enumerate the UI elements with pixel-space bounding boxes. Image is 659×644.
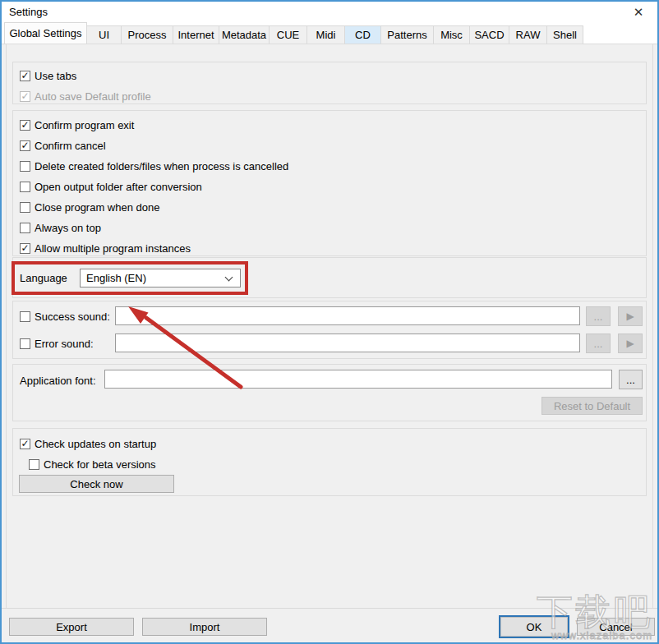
group-updates: ✓ Check updates on startup ✓ Check for b… bbox=[12, 428, 647, 496]
tab-ui[interactable]: UI bbox=[86, 25, 122, 44]
tab-metadata[interactable]: Metadata bbox=[219, 25, 270, 44]
checkbox-allow-multiple-instances-label: Allow multiple program instances bbox=[35, 242, 191, 255]
language-label: Language bbox=[20, 272, 67, 284]
tab-global-settings[interactable]: Global Settings bbox=[4, 22, 87, 44]
success-sound-play-button: ▶ bbox=[618, 306, 643, 326]
group-sounds: ✓ Success sound: ... ▶ ✓ Error sound: ..… bbox=[12, 301, 647, 359]
tab-misc[interactable]: Misc bbox=[433, 25, 470, 44]
error-sound-label: Error sound: bbox=[35, 338, 94, 350]
checkbox-success-sound[interactable]: ✓ bbox=[20, 311, 30, 322]
success-sound-label: Success sound: bbox=[35, 310, 110, 323]
tab-cd[interactable]: CD bbox=[344, 25, 381, 44]
language-select[interactable]: English (EN) bbox=[80, 269, 241, 288]
tab-process[interactable]: Process bbox=[121, 25, 173, 44]
play-icon: ▶ bbox=[626, 338, 634, 349]
checkbox-delete-created-folders[interactable]: ✓ bbox=[20, 161, 30, 172]
checkbox-confirm-program-exit-label: Confirm program exit bbox=[35, 119, 134, 131]
tab-midi[interactable]: Midi bbox=[306, 25, 345, 44]
settings-window: Settings ✕ Global Settings UI Process In… bbox=[0, 0, 659, 644]
checkbox-check-updates-label: Check updates on startup bbox=[35, 438, 156, 450]
checkbox-close-program-when-done[interactable]: ✓ bbox=[20, 202, 30, 213]
checkbox-open-output-folder-label: Open output folder after conversion bbox=[35, 181, 202, 193]
group-behavior: ✓ Confirm program exit ✓ Confirm cancel … bbox=[12, 110, 647, 256]
tab-shell[interactable]: Shell bbox=[546, 25, 583, 44]
footer-divider bbox=[2, 608, 657, 609]
title-bar: Settings ✕ bbox=[2, 2, 657, 22]
checkbox-always-on-top[interactable]: ✓ bbox=[20, 223, 30, 233]
checkbox-check-beta-label: Check for beta versions bbox=[44, 458, 156, 471]
tab-raw[interactable]: RAW bbox=[509, 25, 547, 44]
chevron-down-icon bbox=[225, 274, 233, 282]
checkbox-check-updates-on-startup[interactable]: ✓ bbox=[20, 439, 30, 449]
success-sound-input[interactable] bbox=[115, 306, 580, 325]
checkbox-use-tabs-label: Use tabs bbox=[35, 70, 76, 82]
language-selected-value: English (EN) bbox=[86, 272, 146, 284]
checkbox-allow-multiple-instances[interactable]: ✓ bbox=[20, 243, 30, 254]
tab-sacd[interactable]: SACD bbox=[469, 25, 509, 44]
group-language: Language English (EN) bbox=[12, 257, 647, 298]
export-button[interactable]: Export bbox=[9, 618, 134, 636]
checkbox-check-for-beta-versions[interactable]: ✓ bbox=[29, 459, 39, 470]
checkbox-close-program-when-done-label: Close program when done bbox=[35, 201, 159, 214]
checkbox-use-tabs[interactable]: ✓ bbox=[20, 71, 30, 81]
ok-button-focus-ring: OK bbox=[499, 615, 569, 638]
tab-internet[interactable]: Internet bbox=[173, 25, 219, 44]
checkbox-confirm-program-exit[interactable]: ✓ bbox=[20, 120, 30, 131]
application-font-label: Application font: bbox=[20, 375, 96, 387]
close-icon[interactable]: ✕ bbox=[629, 4, 647, 21]
error-sound-browse-button: ... bbox=[586, 334, 611, 353]
group-general: ✓ Use tabs ✓ Auto save Default profile bbox=[12, 62, 647, 104]
checkbox-error-sound[interactable]: ✓ bbox=[20, 338, 30, 349]
tab-bar: Global Settings UI Process Internet Meta… bbox=[2, 22, 657, 44]
play-icon: ▶ bbox=[626, 310, 634, 322]
checkbox-delete-created-folders-label: Delete created folders/files when proces… bbox=[35, 160, 288, 172]
checkbox-confirm-cancel[interactable]: ✓ bbox=[20, 140, 30, 151]
cancel-button[interactable]: Cancel bbox=[577, 618, 655, 636]
check-now-button[interactable]: Check now bbox=[19, 475, 174, 493]
reset-to-default-button: Reset to Default bbox=[541, 397, 643, 415]
checkbox-confirm-cancel-label: Confirm cancel bbox=[35, 140, 106, 152]
tab-patterns[interactable]: Patterns bbox=[380, 25, 434, 44]
group-application-font: Application font: ... Reset to Default bbox=[12, 364, 647, 421]
checkbox-auto-save-default-profile-label: Auto save Default profile bbox=[35, 90, 151, 103]
success-sound-browse-button: ... bbox=[586, 306, 611, 326]
import-button[interactable]: Import bbox=[142, 618, 267, 636]
application-font-input[interactable] bbox=[104, 370, 612, 389]
application-font-browse-button[interactable]: ... bbox=[619, 370, 643, 389]
error-sound-input[interactable] bbox=[115, 334, 580, 352]
checkbox-open-output-folder[interactable]: ✓ bbox=[20, 182, 30, 192]
ok-button[interactable]: OK bbox=[500, 617, 568, 637]
tab-cue[interactable]: CUE bbox=[269, 25, 307, 44]
error-sound-play-button: ▶ bbox=[618, 334, 643, 353]
checkbox-always-on-top-label: Always on top bbox=[35, 222, 101, 234]
checkbox-auto-save-default-profile: ✓ bbox=[20, 91, 30, 102]
window-title: Settings bbox=[9, 6, 48, 18]
